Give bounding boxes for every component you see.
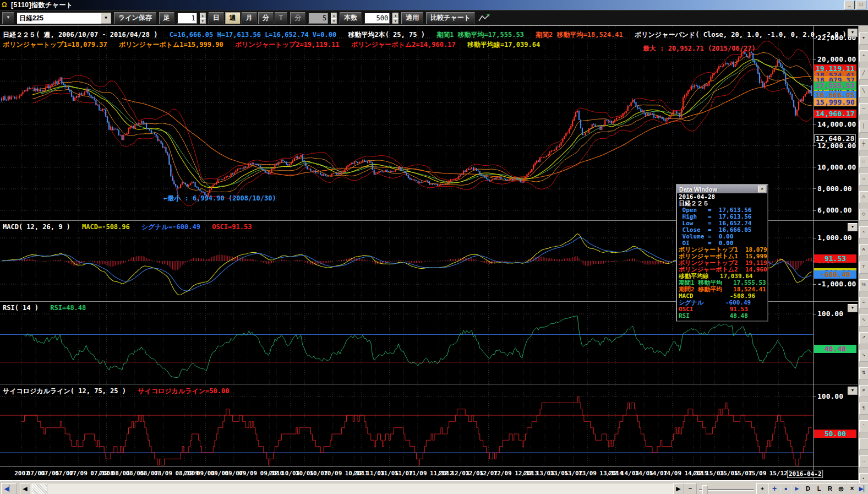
ma-line-value: 移動平均線=17,039.64 [467, 41, 540, 48]
period-button-月[interactable]: 月 [242, 12, 257, 24]
scrollbar-thumb[interactable] [32, 484, 47, 494]
line-chart-icon[interactable] [478, 13, 491, 24]
apply-button[interactable]: 適用 [401, 12, 423, 24]
scrollbar-left-arrow[interactable]: ◀ [20, 483, 30, 494]
draw-tool-button-21[interactable]: # [859, 385, 868, 397]
zoom-slider-thumb[interactable] [702, 485, 708, 494]
zoom-in-button[interactable]: + [756, 483, 768, 494]
macd-scale-dropdown-icon[interactable]: ▼ [848, 223, 858, 231]
zoom-slider[interactable] [698, 484, 755, 494]
period-button-T[interactable]: T [275, 12, 287, 24]
psychological-value: サイコロジカルライン=50.00 [138, 387, 229, 395]
line-save-button[interactable]: ライン保存 [114, 12, 156, 24]
macd-settings-label: MACD( 12, 26, 9 ) [3, 223, 70, 231]
symbol-history-dropdown-button[interactable]: ▼ [2, 12, 14, 24]
jump-left-button[interactable]: ◀▏ [1, 483, 17, 494]
data-window[interactable]: Data Window × 2016-04-28日経２２５ Open = 17,… [676, 184, 768, 322]
bottom-bar: ◀▏ ◀ ▶ − + + ■ ▶ D L R ⊕ × ▶▏ [0, 480, 868, 494]
symbol-dropdown-icon[interactable]: ▼ [101, 13, 111, 24]
chart-application-window: Ω [5110]指数チャート _ □ ▼ 日経225 ▼ ライン保存 足 ▲▼ … [0, 0, 868, 494]
draw-tool-button-1[interactable]: ▾ [859, 32, 868, 45]
data-window-row: 期間1 移動平均 17,555.53 [679, 280, 767, 286]
symbol-combo[interactable]: 日経225 ▼ [17, 13, 111, 24]
draw-tool-button-9[interactable]: ○ [859, 173, 868, 186]
scrollbar-right-arrow[interactable]: ▶ [673, 483, 684, 494]
bar-count-spinner[interactable]: ▲▼ [392, 13, 398, 24]
rsi-scale-dropdown-icon[interactable]: ▼ [848, 304, 858, 312]
period-button-週[interactable]: 週 [225, 12, 241, 24]
draw-tool-button-4[interactable]: ╲ [859, 85, 868, 97]
draw-tool-button-20[interactable]: ⇅ [859, 367, 868, 379]
bar-count-input[interactable] [364, 13, 390, 24]
data-window-row: 移動平均線 17,039.64 [679, 273, 767, 280]
close-chart-icon[interactable]: × [847, 483, 858, 494]
symbol-value[interactable]: 日経225 [17, 13, 101, 24]
bb-top1-value: ボリンジャートップ1=18,079.37 [3, 41, 107, 48]
minute-spinner[interactable]: ▲▼ [331, 13, 337, 24]
macd-signal-value: シグナル=-600.49 [141, 223, 200, 231]
draw-tool-button-13[interactable]: A [859, 244, 868, 256]
draw-tool-button-8[interactable]: □ [859, 156, 868, 168]
period-button-分[interactable]: 分 [258, 12, 274, 24]
period-button-日[interactable]: 日 [209, 12, 224, 24]
compare-chart-button[interactable]: 比較チャート [426, 12, 475, 24]
draw-tool-button-12[interactable]: × [859, 226, 868, 238]
draw-tool-button-3[interactable]: ╱ [859, 68, 868, 80]
draw-tool-button-18[interactable]: ↗ [859, 332, 868, 344]
magnify-icon[interactable]: ⊕ [836, 483, 847, 494]
draw-tool-button-25[interactable]: ‥ [859, 455, 868, 468]
macd-panel-header: MACD( 12, 26, 9 ) MACD=-508.96 シグナル=-600… [3, 222, 259, 232]
minute-input[interactable] [308, 13, 328, 24]
zoom-out-button[interactable]: − [684, 483, 697, 494]
right-scale-button[interactable]: R [825, 483, 836, 494]
draw-tool-button-16[interactable]: ≡ [859, 297, 868, 309]
draw-tool-button-2[interactable]: + [859, 50, 868, 62]
jump-right-icon[interactable]: ▶▏ [858, 483, 868, 494]
left-scale-button[interactable]: L [814, 483, 825, 494]
draw-tool-button-5[interactable]: ─ [859, 103, 868, 115]
draw-tool-button-17[interactable]: ∿ [859, 314, 868, 327]
bar-interval-input[interactable] [177, 13, 197, 24]
macd-level-chip: -600.49 [814, 270, 856, 279]
draw-tool-button-24[interactable]: · [859, 438, 868, 450]
bar-interval-label: 足 [159, 12, 174, 24]
date-tick-label: 09/09 [239, 470, 257, 477]
draw-tool-button-6[interactable]: │ [859, 121, 868, 133]
draw-tool-button-10[interactable]: △ [859, 191, 868, 203]
stop-icon[interactable]: ■ [780, 483, 791, 494]
play-icon[interactable]: ▶ [791, 483, 803, 494]
price-level-chip: 15,999.90 [814, 98, 856, 106]
axis-tick [814, 397, 816, 397]
price-axis-column[interactable]: ▼ ▼ ▼ ▼ 22,000.0020,000.0014,000.0012,00… [813, 26, 858, 480]
pan-mode-icon[interactable]: + [768, 483, 780, 494]
price-scale-dropdown-icon[interactable]: ▼ [848, 29, 858, 37]
draw-tool-button-14[interactable]: T [859, 262, 868, 274]
draw-tool-button-22[interactable]: ¶ [859, 403, 868, 415]
data-window-row: ボリンジャーボトム2 14,960.17 [679, 267, 767, 273]
maximize-button[interactable]: □ [856, 1, 866, 9]
minimize-button[interactable]: _ [844, 1, 855, 9]
data-window-body: 2016-04-28日経２２５ Open = 17,613.56 High = … [677, 193, 767, 321]
draw-tool-button-15[interactable]: % [859, 279, 868, 291]
window-title: [5110]指数チャート [11, 1, 73, 10]
horizontal-scrollbar[interactable] [30, 484, 673, 494]
bb-bottom1-value: ボリンジャーボトム1=15,999.90 [119, 41, 223, 48]
data-window-title-bar[interactable]: Data Window × [677, 185, 767, 193]
price-panel-header-line2: ボリンジャートップ1=18,079.37 ボリンジャーボトム1=15,999.9… [3, 40, 548, 50]
draw-tool-button-23[interactable]: ∴ [859, 420, 868, 432]
psychological-scale-dropdown-icon[interactable]: ▼ [848, 387, 858, 395]
d-mode-button[interactable]: D [803, 483, 814, 494]
draw-tool-button-7[interactable]: ┼ [859, 138, 868, 150]
min-price-annotation: ←最小 : 6,994.90 (2008/10/30) [163, 194, 276, 203]
app-icon: Ω [2, 2, 9, 9]
axis-label: 20,000.00 [817, 55, 856, 63]
price-level-chip: 14,960.17 [814, 110, 856, 118]
rsi-level-chip: 48.48 [814, 345, 856, 353]
chart-plot-area[interactable]: 日経２２５( 週, 2006/10/07 - 2016/04/28 ) C=16… [0, 26, 813, 480]
title-bar[interactable]: Ω [5110]指数チャート _ □ [0, 0, 868, 10]
draw-tool-button-19[interactable]: ↘ [859, 350, 868, 362]
draw-tool-button-11[interactable]: ◇ [859, 209, 868, 221]
bar-interval-spinner[interactable]: ▲▼ [200, 13, 206, 24]
data-window-close-icon[interactable]: × [758, 186, 766, 193]
panel-separator[interactable] [0, 384, 813, 384]
